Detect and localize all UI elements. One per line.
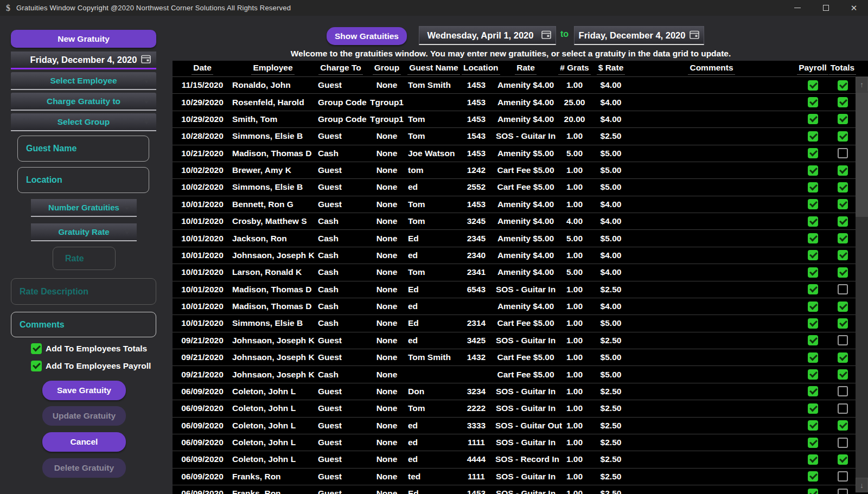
grid-row[interactable]: 10/01/2020Crosby, Matthew SCashNoneTom32…	[173, 213, 868, 230]
minimize-button[interactable]	[783, 0, 812, 16]
grid-row[interactable]: 10/02/2020Brewer, Amy KGuestNonetom1242C…	[173, 162, 868, 179]
payroll-checkbox[interactable]	[808, 438, 818, 448]
grid-row[interactable]: 10/01/2020Simmons, Elsie BCashNoneEd2314…	[173, 315, 868, 332]
grid-row[interactable]: 06/09/2020Franks, RonGuestNoneEd1453SOS …	[173, 485, 868, 494]
payroll-checkbox[interactable]	[808, 284, 818, 294]
payroll-checkbox[interactable]	[808, 301, 818, 312]
payroll-checkbox[interactable]	[808, 165, 818, 176]
payroll-checkbox[interactable]	[808, 97, 818, 107]
grid-row[interactable]: 10/01/2020Jackson, RonCashNoneEd2345Amen…	[173, 230, 868, 247]
totals-checkbox[interactable]	[838, 471, 848, 482]
totals-checkbox[interactable]	[838, 114, 848, 124]
totals-checkbox[interactable]	[838, 386, 848, 396]
payroll-checkbox[interactable]	[808, 318, 818, 329]
number-gratuities-dropdown[interactable]: Number Gratuities	[31, 199, 137, 217]
totals-checkbox[interactable]	[838, 199, 848, 209]
show-gratuities-button[interactable]: Show Gratuities	[327, 27, 407, 45]
column-header--grats[interactable]: # Grats	[556, 63, 593, 75]
totals-checkbox[interactable]	[838, 131, 848, 142]
totals-checkbox[interactable]	[838, 250, 848, 260]
totals-checkbox[interactable]	[838, 165, 848, 176]
payroll-checkbox[interactable]	[808, 471, 818, 482]
select-employee-dropdown[interactable]: Select Employee	[11, 72, 156, 90]
totals-checkbox[interactable]	[838, 454, 848, 465]
gratuity-rate-dropdown[interactable]: Gratuity Rate	[31, 223, 137, 241]
select-group-dropdown[interactable]: Select Group	[11, 113, 156, 131]
payroll-checkbox[interactable]	[808, 80, 818, 91]
grid-row[interactable]: 10/01/2020Madison, Thomas DCashNoneedAme…	[173, 298, 868, 315]
new-gratuity-button[interactable]: New Gratuity	[11, 30, 156, 48]
totals-checkbox[interactable]	[838, 335, 848, 345]
payroll-checkbox[interactable]	[808, 216, 818, 227]
maximize-button[interactable]	[812, 0, 840, 16]
grid-row[interactable]: 06/09/2020Coleton, John LGuestNoneDon323…	[173, 383, 868, 400]
payroll-checkbox[interactable]	[808, 182, 818, 193]
grid-row[interactable]: 09/21/2020Johnsaon, Joseph KGuestNoneTom…	[173, 349, 868, 366]
delete-gratuity-button[interactable]: Delete Gratuity	[42, 458, 126, 478]
column-header-payroll[interactable]: Payroll	[794, 63, 831, 75]
totals-checkbox[interactable]	[838, 216, 848, 227]
totals-checkbox[interactable]	[838, 233, 848, 243]
grid-row[interactable]: 10/01/2020Larson, Ronald KCashNoneTom234…	[173, 264, 868, 281]
grid-row[interactable]: 06/09/2020Coleton, John LGuestNoneTom222…	[173, 400, 868, 417]
totals-checkbox[interactable]	[838, 369, 848, 380]
totals-checkbox[interactable]	[838, 97, 848, 107]
grid-row[interactable]: 06/09/2020Coleton, John LGuestNoneed4444…	[173, 451, 868, 468]
comments-input[interactable]	[11, 312, 156, 337]
payroll-checkbox[interactable]	[808, 233, 818, 243]
column-header-charge-to[interactable]: Charge To	[314, 63, 368, 75]
grid-row[interactable]: 10/01/2020Johnsaon, Joseph KCashNoneed23…	[173, 247, 868, 264]
add-payroll-checkbox-row[interactable]: Add To Employees Payroll	[31, 361, 151, 371]
totals-checkbox[interactable]	[838, 80, 848, 91]
grid-row[interactable]: 10/01/2020Madison, Thomas DCashNoneEd654…	[173, 281, 868, 298]
payroll-checkbox[interactable]	[808, 267, 818, 278]
totals-checkbox[interactable]	[838, 148, 848, 158]
totals-checkbox[interactable]	[838, 267, 848, 278]
close-button[interactable]: ✕	[840, 0, 868, 16]
scroll-up-icon[interactable]: ↑	[856, 77, 868, 92]
column-header-guest-name[interactable]: Guest Name	[406, 63, 462, 75]
payroll-checkbox[interactable]	[808, 386, 818, 396]
totals-checkbox[interactable]	[838, 182, 848, 193]
add-totals-checkbox-row[interactable]: Add To Employees Totals	[31, 343, 147, 354]
payroll-checkbox[interactable]	[808, 352, 818, 363]
date-from-picker[interactable]: Wednesday, April 1, 2020	[419, 26, 556, 45]
column-header-date[interactable]: Date	[173, 63, 232, 75]
grid-row[interactable]: 09/21/2020Johnsaon, Joseph KGuestNoneed3…	[173, 332, 868, 349]
totals-checkbox[interactable]	[838, 284, 848, 294]
column-header-employee[interactable]: Employee	[232, 63, 314, 75]
grid-row[interactable]: 10/01/2020Bennett, Ron GGuestNoneTom1453…	[173, 196, 868, 213]
payroll-checkbox[interactable]	[808, 454, 818, 465]
grid-row[interactable]: 10/21/2020Madison, Thomas DCashNoneJoe W…	[173, 145, 868, 162]
column-header--rate[interactable]: $ Rate	[593, 63, 629, 75]
update-gratuity-button[interactable]: Update Gratuity	[42, 406, 126, 426]
column-header-group[interactable]: Group	[368, 63, 406, 75]
totals-checkbox[interactable]	[838, 352, 848, 363]
grid-row[interactable]: 06/09/2020Coleton, John LGuestNoneed1111…	[173, 434, 868, 451]
payroll-checkbox[interactable]	[808, 114, 818, 124]
grid-row[interactable]: 11/15/2020Ronaldo, JohnGuestNoneTom Smit…	[173, 77, 868, 94]
column-header-location[interactable]: Location	[462, 63, 495, 75]
grid-vertical-scrollbar[interactable]: ↑ ↓	[856, 77, 868, 492]
grid-row[interactable]: 10/29/2020Smith, TomGroup CodeTgroup1Tom…	[173, 111, 868, 128]
grid-row[interactable]: 06/09/2020Coleton, John LGuestNoneed3333…	[173, 418, 868, 434]
payroll-checkbox[interactable]	[808, 199, 818, 209]
location-input[interactable]	[17, 167, 149, 193]
totals-checkbox[interactable]	[838, 301, 848, 312]
column-header-totals[interactable]: Totals	[831, 63, 854, 75]
totals-checkbox[interactable]	[838, 489, 848, 494]
payroll-checkbox[interactable]	[808, 131, 818, 142]
cancel-button[interactable]: Cancel	[42, 432, 126, 452]
column-header-comments[interactable]: Comments	[629, 63, 794, 75]
payroll-checkbox[interactable]	[808, 335, 818, 345]
column-header-rate[interactable]: Rate	[495, 63, 556, 75]
grid-row[interactable]: 06/09/2020Franks, RonGuestNoneted1111SOS…	[173, 469, 868, 485]
grid-row[interactable]: 09/21/2020Johnsaon, Joseph KCashNoneCart…	[173, 366, 868, 383]
grid-row[interactable]: 10/29/2020Rosenfeld, HaroldGroup CodeTgr…	[173, 94, 868, 111]
totals-checkbox[interactable]	[838, 403, 848, 414]
save-gratuity-button[interactable]: Save Gratuity	[42, 381, 126, 400]
payroll-checkbox[interactable]	[808, 148, 818, 158]
guest-name-input[interactable]	[17, 136, 149, 162]
payroll-checkbox[interactable]	[808, 403, 818, 414]
date-to-picker[interactable]: Friday, December 4, 2020	[574, 26, 704, 45]
